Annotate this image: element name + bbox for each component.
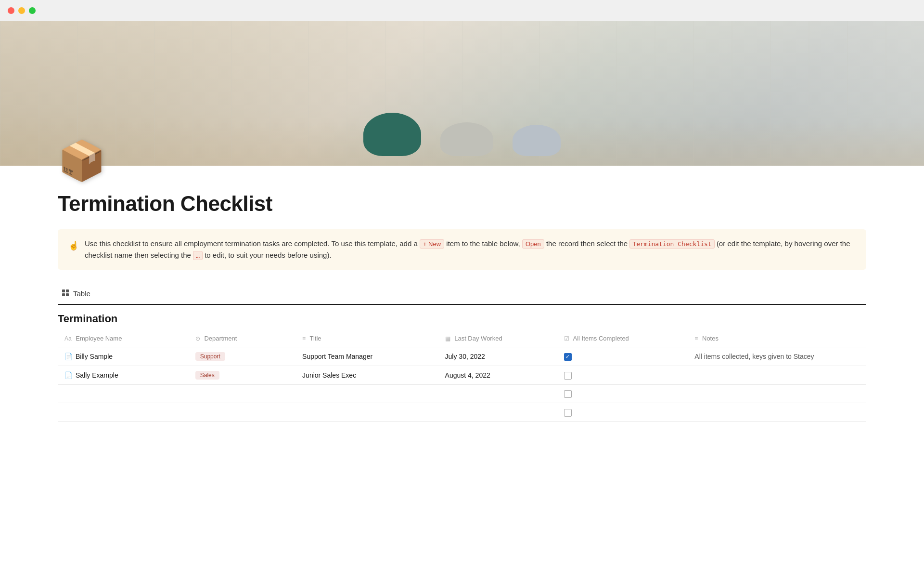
view-tabs: Table <box>58 287 866 305</box>
cell-last-day: August 4, 2022 <box>438 366 557 385</box>
checkbox-unchecked[interactable] <box>564 390 572 398</box>
th-icon-dept: ⊙ <box>195 335 200 342</box>
cell-notes <box>688 366 866 385</box>
cell-notes <box>688 403 866 421</box>
th-label-name: Employee Name <box>76 335 122 342</box>
table-row[interactable] <box>58 385 866 403</box>
th-label-completed: All Items Completed <box>573 335 629 342</box>
cell-department[interactable]: Support <box>189 347 295 366</box>
titlebar <box>0 0 924 21</box>
table-row[interactable]: 📄Sally ExampleSalesJunior Sales ExecAugu… <box>58 366 866 385</box>
th-icon-date: ▦ <box>445 335 450 342</box>
cell-notes: All items collected, keys given to Stace… <box>688 347 866 366</box>
checkbox-checked[interactable]: ✓ <box>564 353 572 361</box>
th-icon-completed: ☑ <box>564 335 569 342</box>
callout-text-before-new: Use this checklist to ensure all employm… <box>85 239 418 248</box>
cell-title: Support Team Manager <box>295 347 438 366</box>
page-icon: 📦 <box>58 142 924 180</box>
cell-title: Junior Sales Exec <box>295 366 438 385</box>
close-button[interactable] <box>8 7 14 14</box>
cell-completed[interactable] <box>557 385 688 403</box>
callout-new-label: + New <box>420 239 444 249</box>
cell-title <box>295 403 438 421</box>
table-icon <box>62 289 69 298</box>
employee-name-value: Sally Example <box>76 371 118 379</box>
cell-employee-name[interactable]: 📄Billy Sample <box>58 347 189 366</box>
cell-completed[interactable]: ✓ <box>557 347 688 366</box>
cell-completed[interactable] <box>557 403 688 421</box>
th-icon-notes: ≡ <box>694 335 698 342</box>
table-row[interactable]: 📄Billy SampleSupportSupport Team Manager… <box>58 347 866 366</box>
th-last-day: ▦ Last Day Worked <box>438 330 557 347</box>
callout-checklist-label: Termination Checklist <box>629 239 714 249</box>
svg-rect-2 <box>62 293 65 296</box>
table-section-title: Termination <box>58 313 866 325</box>
cell-notes <box>688 385 866 403</box>
employee-name-value: Billy Sample <box>76 353 113 360</box>
th-label-notes: Notes <box>702 335 719 342</box>
minimize-button[interactable] <box>18 7 25 14</box>
cell-title <box>295 385 438 403</box>
th-label-dept: Department <box>204 335 237 342</box>
callout-open-label: Open <box>522 239 544 249</box>
checkbox-unchecked[interactable] <box>564 372 572 380</box>
callout-text: Use this checklist to ensure all employm… <box>85 238 856 261</box>
department-tag: Support <box>195 352 225 361</box>
th-notes: ≡ Notes <box>688 330 866 347</box>
table-header-row: Aa Employee Name ⊙ Department ≡ Title ▦ … <box>58 330 866 347</box>
page-icon-area: 📦 <box>0 142 924 180</box>
callout-ellipsis: … <box>193 251 203 260</box>
maximize-button[interactable] <box>29 7 36 14</box>
cell-completed[interactable] <box>557 366 688 385</box>
cell-employee-name[interactable]: 📄Sally Example <box>58 366 189 385</box>
th-employee-name: Aa Employee Name <box>58 330 189 347</box>
cell-last-day: July 30, 2022 <box>438 347 557 366</box>
th-icon-name: Aa <box>64 335 72 342</box>
th-label-date: Last Day Worked <box>454 335 502 342</box>
th-department: ⊙ Department <box>189 330 295 347</box>
table-view-tab[interactable]: Table <box>58 287 94 300</box>
page-content: Termination Checklist ☝️ Use this checkl… <box>0 180 924 451</box>
cell-employee-name[interactable] <box>58 385 189 403</box>
data-table: Aa Employee Name ⊙ Department ≡ Title ▦ … <box>58 330 866 422</box>
cell-department[interactable] <box>189 385 295 403</box>
cell-employee-name[interactable] <box>58 403 189 421</box>
page-title: Termination Checklist <box>58 192 866 216</box>
cell-last-day <box>438 385 557 403</box>
cell-department[interactable] <box>189 403 295 421</box>
checkbox-unchecked[interactable] <box>564 409 572 417</box>
callout-text-final: to edit, to suit your needs before using… <box>205 251 332 259</box>
cell-department[interactable]: Sales <box>189 366 295 385</box>
callout-text-after-open: the record then select the <box>546 239 629 248</box>
cell-last-day <box>438 403 557 421</box>
th-title: ≡ Title <box>295 330 438 347</box>
th-label-title: Title <box>310 335 321 342</box>
svg-rect-1 <box>66 289 69 292</box>
th-icon-title: ≡ <box>302 335 306 342</box>
svg-rect-3 <box>66 293 69 296</box>
callout-text-item: item to the table below, <box>446 239 522 248</box>
callout-box: ☝️ Use this checklist to ensure all empl… <box>58 229 866 270</box>
svg-rect-0 <box>62 289 65 292</box>
callout-icon: ☝️ <box>68 239 79 253</box>
table-view-label: Table <box>73 289 90 298</box>
department-tag: Sales <box>195 371 219 380</box>
th-all-items-completed: ☑ All Items Completed <box>557 330 688 347</box>
row-doc-icon: 📄 <box>64 371 73 379</box>
table-row[interactable] <box>58 403 866 421</box>
row-doc-icon: 📄 <box>64 353 73 360</box>
